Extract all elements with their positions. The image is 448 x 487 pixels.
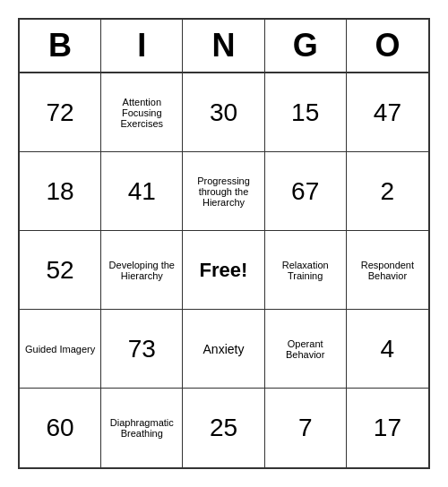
- bingo-cell-21: Diaphragmatic Breathing: [101, 389, 183, 467]
- bingo-cell-24: 17: [347, 389, 428, 467]
- bingo-cell-10: 52: [20, 231, 101, 310]
- bingo-cell-15: Guided Imagery: [20, 310, 101, 389]
- bingo-cell-12: Free!: [183, 231, 264, 310]
- header-letter-g: G: [265, 20, 347, 72]
- bingo-cell-5: 18: [20, 152, 101, 231]
- bingo-cell-19: 4: [347, 310, 428, 389]
- bingo-cell-17: Anxiety: [183, 310, 264, 389]
- bingo-cell-11: Developing the Hierarchy: [101, 231, 183, 310]
- header-letter-b: B: [20, 20, 101, 72]
- bingo-cell-18: Operant Behavior: [265, 310, 347, 389]
- bingo-cell-16: 73: [101, 310, 183, 389]
- bingo-cell-2: 30: [183, 73, 264, 152]
- bingo-cell-0: 72: [20, 73, 101, 152]
- bingo-cell-22: 25: [183, 389, 264, 467]
- bingo-cell-3: 15: [265, 73, 347, 152]
- bingo-cell-14: Respondent Behavior: [347, 231, 428, 310]
- bingo-cell-9: 2: [347, 152, 428, 231]
- bingo-cell-8: 67: [265, 152, 347, 231]
- bingo-cell-4: 47: [347, 73, 428, 152]
- header-letter-i: I: [101, 20, 183, 72]
- bingo-cell-1: Attention Focusing Exercises: [101, 73, 183, 152]
- bingo-card: BINGO 72Attention Focusing Exercises3015…: [18, 18, 430, 469]
- bingo-cell-7: Progressing through the Hierarchy: [183, 152, 264, 231]
- header-letter-n: N: [183, 20, 264, 72]
- bingo-grid: 72Attention Focusing Exercises3015471841…: [20, 73, 428, 467]
- bingo-cell-20: 60: [20, 389, 101, 467]
- header-letter-o: O: [347, 20, 428, 72]
- bingo-cell-13: Relaxation Training: [265, 231, 347, 310]
- bingo-header: BINGO: [20, 20, 428, 73]
- bingo-cell-23: 7: [265, 389, 347, 467]
- bingo-cell-6: 41: [101, 152, 183, 231]
